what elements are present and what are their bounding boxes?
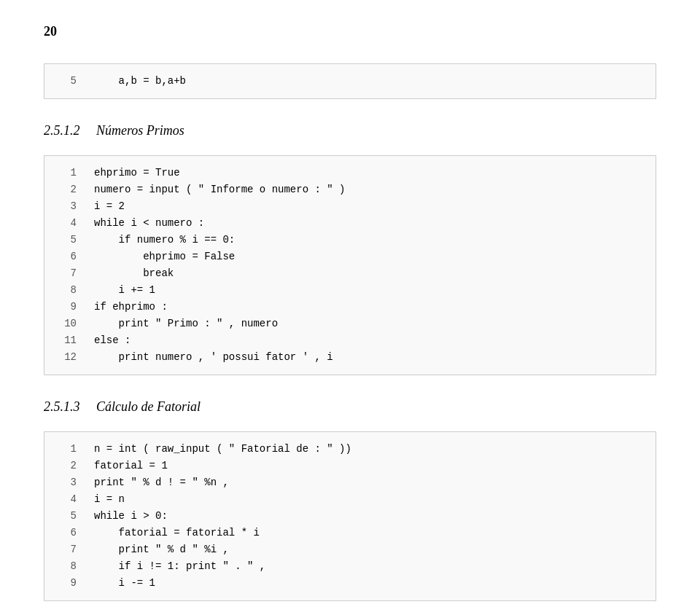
code-content: break: [94, 266, 174, 281]
code-content: print " Primo : " , numero: [94, 316, 278, 332]
code-line: 3print " % d ! = " %n ,: [44, 474, 656, 491]
code-line: 10 print " Primo : " , numero: [44, 316, 656, 332]
code-content: i = n: [94, 492, 125, 507]
line-number: 1: [56, 165, 77, 181]
code-content: while i < numero :: [94, 216, 204, 231]
line-number: 4: [56, 216, 77, 231]
code-line: 6 ehprimo = False: [44, 248, 656, 265]
line-number: 5: [56, 509, 77, 524]
section-primos-number: 2.5.1.2: [44, 123, 80, 138]
section-fatorial-heading: 2.5.1.3 Cálculo de Fatorial: [44, 397, 656, 417]
code-line: 2numero = input ( " Informe o numero : "…: [44, 181, 656, 198]
code-line: 7 print " % d " %i ,: [44, 541, 656, 558]
code-content: if ehprimo :: [94, 299, 168, 315]
code-line: 2fatorial = 1: [44, 458, 656, 474]
code-line: 3i = 2: [44, 198, 656, 215]
section-primos-title: Números Primos: [96, 123, 184, 138]
code-line: 5 if numero % i == 0:: [44, 232, 656, 248]
line-number: 7: [56, 266, 77, 281]
line-number: 7: [56, 542, 77, 557]
code-line: 6 fatorial = fatorial * i: [44, 525, 656, 541]
line-number: 10: [56, 316, 77, 332]
section-fatorial-title: Cálculo de Fatorial: [96, 399, 201, 414]
code-content: n = int ( raw_input ( " Fatorial de : " …: [94, 442, 351, 457]
code-content: i += 1: [94, 283, 155, 298]
code-line: 12 print numero , ' possui fator ' , i: [44, 349, 656, 366]
code-content: fatorial = 1: [94, 458, 168, 474]
code-content: if numero % i == 0:: [94, 232, 235, 248]
code-content: print " % d ! = " %n ,: [94, 475, 229, 490]
first-code-block: 5 a,b = b,a+b: [44, 63, 656, 99]
line-number: 3: [56, 475, 77, 490]
code-line: 11else :: [44, 332, 656, 349]
code-line: 9 i -= 1: [44, 575, 656, 592]
line-number: 11: [56, 333, 77, 348]
code-content: a,b = b,a+b: [94, 74, 186, 89]
section-fatorial-number: 2.5.1.3: [44, 399, 80, 414]
code-content: fatorial = fatorial * i: [94, 525, 260, 541]
code-content: i -= 1: [94, 576, 155, 591]
code-line: 7 break: [44, 265, 656, 282]
code-line: 4i = n: [44, 491, 656, 508]
code-content: ehprimo = False: [94, 249, 235, 265]
code-content: print numero , ' possui fator ' , i: [94, 350, 333, 365]
code-line: 8 if i != 1: print " . " ,: [44, 558, 656, 575]
line-number: 4: [56, 492, 77, 507]
page-number: 20: [44, 22, 656, 42]
line-number: 2: [56, 458, 77, 474]
section-primos-heading: 2.5.1.2 Números Primos: [44, 121, 656, 141]
code-line: 8 i += 1: [44, 282, 656, 299]
code-content: ehprimo = True: [94, 165, 180, 181]
line-number: 9: [56, 299, 77, 315]
line-number: 8: [56, 559, 77, 574]
line-number: 3: [56, 199, 77, 214]
line-number: 5: [56, 74, 77, 89]
line-number: 5: [56, 232, 77, 248]
line-number: 2: [56, 182, 77, 197]
line-number: 8: [56, 283, 77, 298]
code-content: print " % d " %i ,: [94, 542, 229, 557]
primos-code-block: 1ehprimo = True2numero = input ( " Infor…: [44, 155, 656, 375]
code-content: while i > 0:: [94, 509, 168, 524]
code-line: 4while i < numero :: [44, 215, 656, 232]
line-number: 9: [56, 576, 77, 591]
code-line: 1ehprimo = True: [44, 165, 656, 181]
line-number: 12: [56, 350, 77, 365]
line-number: 6: [56, 249, 77, 265]
code-content: if i != 1: print " . " ,: [94, 559, 265, 574]
code-line: 5while i > 0:: [44, 508, 656, 525]
code-line: 9if ehprimo :: [44, 299, 656, 316]
line-number: 1: [56, 442, 77, 457]
fatorial-code-block: 1n = int ( raw_input ( " Fatorial de : "…: [44, 431, 656, 601]
code-content: i = 2: [94, 199, 125, 214]
code-line: 5 a,b = b,a+b: [44, 73, 656, 90]
line-number: 6: [56, 525, 77, 541]
code-content: numero = input ( " Informe o numero : " …: [94, 182, 345, 197]
code-content: else :: [94, 333, 131, 348]
code-line: 1n = int ( raw_input ( " Fatorial de : "…: [44, 441, 656, 458]
